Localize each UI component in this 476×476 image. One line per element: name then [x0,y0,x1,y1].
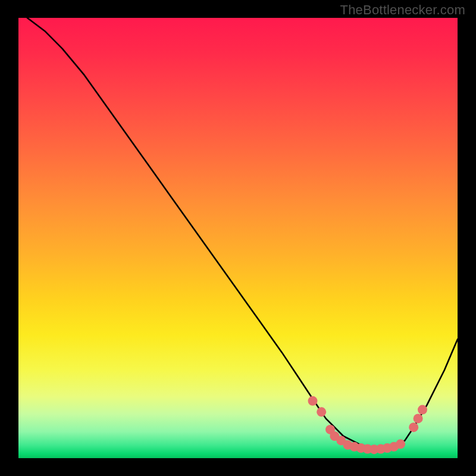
marker-dot [308,396,318,406]
curve-line [27,18,458,449]
marker-dot [409,422,418,432]
attribution-label: TheBottlenecker.com [340,2,465,18]
plot-area [18,18,458,458]
marker-dot [414,414,423,423]
marker-dot [317,407,326,416]
marker-dot [418,405,427,415]
markers-group [308,396,428,454]
chart-svg [18,18,458,458]
marker-dot [396,439,405,449]
chart-container: TheBottlenecker.com [0,0,476,476]
